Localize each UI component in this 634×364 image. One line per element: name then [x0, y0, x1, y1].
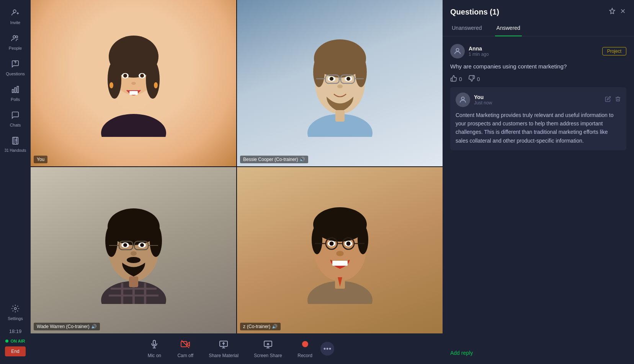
record-button[interactable]: Record	[290, 336, 320, 362]
video-grid: You	[31, 0, 443, 333]
svg-point-27	[154, 82, 158, 88]
upvote-button[interactable]: 0	[450, 75, 462, 83]
questions-list: Anna 1 min ago Project Why are companies…	[443, 36, 634, 344]
thumbs-up-icon	[450, 75, 457, 83]
panel-header: Questions (1)	[443, 0, 634, 20]
svg-rect-7	[15, 88, 16, 93]
downvote-button[interactable]: 0	[468, 75, 480, 83]
svg-rect-6	[12, 89, 14, 93]
video-z-name: z	[243, 324, 245, 329]
svg-point-0	[13, 10, 16, 13]
svg-point-19	[146, 60, 160, 99]
svg-point-47	[105, 225, 118, 257]
svg-rect-66	[129, 276, 138, 287]
mic-button[interactable]: Mic on	[139, 336, 170, 362]
video-label-you: You	[34, 156, 47, 163]
svg-point-103	[456, 49, 459, 51]
tab-answered[interactable]: Answered	[495, 20, 522, 36]
sidebar-time: 18:19	[9, 325, 22, 337]
sidebar-item-polls[interactable]: Polls	[0, 81, 31, 106]
share-material-button[interactable]: Share Material	[201, 336, 246, 362]
video-cell-wade: Wade Warren (Co-trainer) 🔊	[31, 167, 236, 333]
reply-text: Content Marketing provides truly relevan…	[456, 111, 621, 145]
video-label-z: z (Co-trainer) 🔊	[240, 323, 281, 330]
edit-reply-icon[interactable]	[605, 96, 611, 104]
downvote-count: 0	[477, 76, 480, 82]
polls-icon	[11, 85, 20, 96]
svg-point-24	[131, 82, 136, 85]
svg-point-51	[123, 243, 127, 247]
question-text: Why are companies using content marketin…	[450, 62, 626, 71]
video-z-speaker-icon: 🔊	[272, 324, 278, 329]
reply-box: You Just now	[450, 87, 626, 151]
cam-label: Cam off	[177, 353, 193, 358]
project-tag: Project	[602, 47, 626, 55]
svg-rect-44	[335, 110, 345, 122]
svg-point-48	[150, 225, 162, 257]
add-reply-button[interactable]: Add reply	[450, 350, 473, 356]
video-label-wade: Wade Warren (Co-trainer) 🔊	[34, 323, 100, 330]
more-button[interactable]	[320, 342, 334, 356]
end-button[interactable]: End	[5, 346, 25, 356]
sidebar-item-chats[interactable]: Chats	[0, 106, 31, 132]
video-wade-speaker-icon: 🔊	[91, 324, 97, 329]
sidebar-item-questions[interactable]: Questions	[0, 55, 31, 81]
svg-point-53	[140, 243, 144, 247]
svg-point-74	[346, 241, 350, 245]
delete-reply-icon[interactable]	[615, 96, 621, 104]
thumbs-down-icon	[468, 75, 475, 83]
svg-point-23	[140, 74, 144, 78]
chats-icon	[11, 111, 20, 121]
reply-avatar	[456, 93, 470, 107]
reply-user: You Just now	[456, 93, 492, 107]
share-material-label: Share Material	[209, 353, 239, 358]
svg-point-34	[330, 77, 333, 81]
question-meta: Anna 1 min ago Project	[450, 44, 626, 58]
question-actions: 0 0	[450, 75, 626, 83]
svg-point-14	[14, 307, 16, 310]
user-info: Anna 1 min ago	[469, 46, 489, 57]
svg-point-36	[346, 77, 350, 81]
sidebar-item-questions-label: Questions	[6, 72, 25, 76]
sidebar-item-people[interactable]: People	[0, 29, 31, 55]
cam-icon	[181, 340, 190, 351]
svg-point-72	[329, 241, 333, 245]
sidebar-item-settings[interactable]: Settings	[0, 300, 31, 325]
record-label: Record	[297, 353, 312, 358]
svg-point-98	[324, 348, 325, 350]
video-cell-bessie: Bessie Cooper (Co-trainer) 🔊	[237, 0, 443, 166]
video-cell-z: z (Co-trainer) 🔊	[237, 167, 443, 333]
screen-share-label: Screen Share	[254, 353, 282, 358]
mic-label: Mic on	[148, 353, 161, 358]
sidebar-item-chats-label: Chats	[10, 123, 21, 127]
sidebar-item-invite[interactable]: Invite	[0, 4, 31, 29]
sidebar-item-handouts-label: 31 Handouts	[5, 148, 26, 153]
toolbar: Mic on Cam off	[31, 333, 443, 364]
reply-time: Just now	[474, 100, 492, 106]
svg-point-21	[123, 74, 127, 78]
question-time: 1 min ago	[469, 52, 489, 57]
sidebar-bottom: Settings 18:19 ON AIR End	[0, 300, 31, 360]
panel-header-icons	[609, 8, 626, 16]
cam-button[interactable]: Cam off	[170, 336, 201, 362]
reply-header: You Just now	[456, 93, 621, 107]
screen-share-button[interactable]: Screen Share	[246, 336, 289, 362]
close-icon[interactable]	[619, 8, 626, 16]
tab-unanswered[interactable]: Unanswered	[450, 20, 484, 36]
screen-share-icon	[263, 340, 273, 351]
on-air-badge: ON AIR	[2, 337, 28, 345]
svg-rect-25	[129, 91, 138, 95]
sidebar: Invite People Questions	[0, 0, 31, 364]
video-wade-name: Wade Warren (Co-trainer)	[37, 324, 90, 329]
reply-user-name: You	[474, 94, 492, 100]
avatar	[450, 44, 465, 58]
svg-point-99	[326, 348, 328, 350]
pin-icon[interactable]	[609, 8, 616, 16]
svg-point-49	[127, 257, 141, 263]
sidebar-item-settings-label: Settings	[8, 316, 23, 321]
svg-point-104	[461, 97, 464, 99]
questioner-name: Anna	[469, 46, 489, 52]
svg-point-31	[313, 57, 325, 87]
sidebar-item-handouts[interactable]: 31 Handouts	[0, 132, 31, 157]
svg-point-59	[131, 251, 137, 256]
